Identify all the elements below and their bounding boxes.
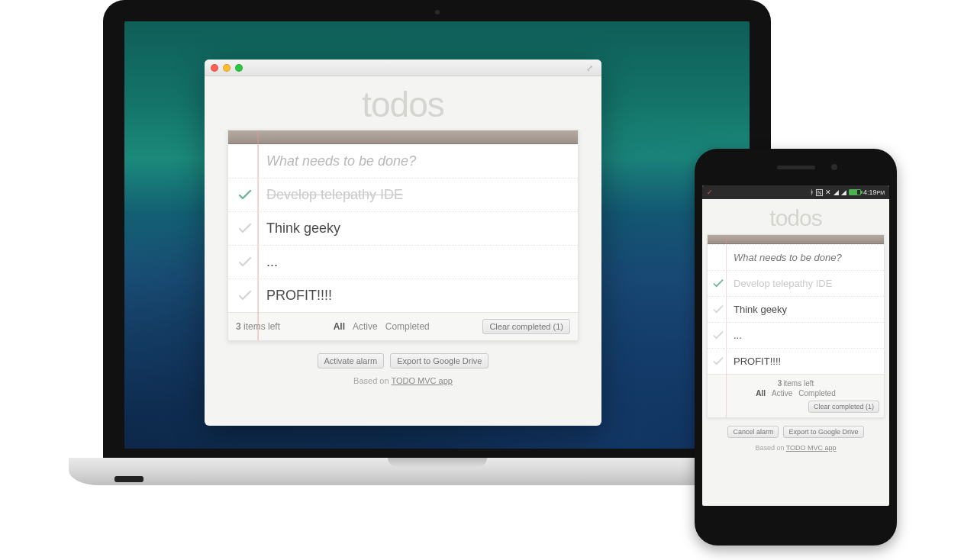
todo-text[interactable]: Think geeky [734, 304, 787, 315]
todo-text[interactable]: Develop telepathy IDE [734, 278, 832, 289]
todo-row[interactable]: Develop telepathy IDE [708, 270, 884, 296]
checkmark-icon[interactable] [712, 304, 724, 316]
app-window: ⤢ todos Develop telepathy IDE [205, 60, 601, 426]
credit-text: Based on TODO MVC app [227, 376, 579, 385]
credit-link[interactable]: TODO MVC app [786, 444, 837, 452]
items-left-count: 3 [236, 321, 241, 332]
android-status-bar: ✓ ᚼ N ✕ ◢ ◢ 4:19PM [702, 185, 889, 199]
card-header-strip [228, 130, 578, 144]
todo-row[interactable]: PROFIT!!!! [228, 278, 578, 312]
phone-camera [831, 164, 837, 170]
checkmark-icon[interactable] [712, 330, 724, 342]
below-card-area: Activate alarm Export to Google Drive Ba… [227, 353, 579, 385]
todo-row[interactable]: Think geeky [708, 296, 884, 322]
credit-prefix: Based on [755, 444, 785, 452]
window-fullscreen-icon[interactable]: ⤢ [586, 63, 595, 72]
checkmark-icon[interactable] [237, 221, 253, 237]
filter-active[interactable]: Active [772, 389, 792, 397]
window-titlebar[interactable]: ⤢ [205, 60, 601, 76]
credit-prefix: Based on [353, 376, 391, 385]
laptop-camera [435, 10, 440, 14]
credit-link[interactable]: TODO MVC app [391, 376, 453, 385]
todo-row[interactable]: PROFIT!!!! [708, 348, 884, 374]
checkmark-icon[interactable] [712, 278, 724, 290]
credit-text: Based on TODO MVC app [707, 444, 885, 452]
battery-icon [849, 189, 861, 195]
todo-text[interactable]: ... [734, 330, 742, 341]
export-drive-button[interactable]: Export to Google Drive [783, 426, 863, 438]
card-footer: 3 items left All Active Completed Clear … [228, 312, 578, 340]
todo-row[interactable]: Think geeky [228, 211, 578, 245]
checkmark-icon[interactable] [237, 255, 253, 270]
filter-completed[interactable]: Completed [798, 389, 835, 397]
filter-active[interactable]: Active [353, 321, 378, 332]
phone-speaker [777, 166, 815, 169]
items-left: 3 items left [712, 379, 879, 388]
phone-frame: ✓ ᚼ N ✕ ◢ ◢ 4:19PM todos [695, 149, 897, 546]
app-title: todos [227, 84, 579, 125]
new-todo-row[interactable] [228, 144, 578, 178]
new-todo-input[interactable] [734, 252, 878, 263]
checkmark-icon[interactable] [712, 356, 724, 368]
export-drive-button[interactable]: Export to Google Drive [390, 353, 488, 369]
laptop-hinge-notch [388, 458, 487, 467]
filter-completed[interactable]: Completed [385, 321, 430, 332]
filter-group: All Active Completed [712, 389, 879, 397]
todo-list-card: Develop telepathy IDE Think geeky ... [707, 234, 885, 418]
filter-group: All Active Completed [334, 321, 430, 332]
clear-completed-button[interactable]: Clear completed (1) [482, 319, 570, 334]
todo-row[interactable]: ... [708, 322, 884, 348]
filter-all[interactable]: All [334, 321, 345, 332]
items-left-count: 3 [778, 379, 782, 388]
items-left-label: items left [783, 379, 814, 388]
clear-completed-button[interactable]: Clear completed (1) [808, 401, 879, 413]
vibrate-icon: ✕ [825, 189, 831, 196]
todo-row[interactable]: Develop telepathy IDE [228, 178, 578, 211]
todo-row[interactable]: ... [228, 245, 578, 278]
new-todo-row[interactable] [708, 244, 884, 270]
nfc-icon: N [816, 189, 823, 196]
laptop-foot [114, 476, 143, 482]
window-close-icon[interactable] [211, 64, 218, 72]
todo-text[interactable]: PROFIT!!!! [266, 288, 332, 304]
signal-icon: ◢ [841, 189, 846, 196]
todo-text[interactable]: ... [266, 254, 278, 270]
carrier-icon: ✓ [707, 188, 713, 196]
window-minimize-icon[interactable] [223, 64, 231, 72]
activate-alarm-button[interactable]: Activate alarm [318, 353, 385, 369]
items-left-label: items left [241, 321, 280, 332]
cancel-alarm-button[interactable]: Cancel alarm [727, 426, 779, 438]
window-zoom-icon[interactable] [235, 64, 243, 72]
items-left: 3 items left [236, 321, 280, 332]
card-footer: 3 items left All Active Completed Clear … [708, 374, 884, 417]
todo-text[interactable]: Think geeky [266, 220, 340, 237]
todo-text[interactable]: PROFIT!!!! [734, 356, 781, 367]
phone-display: ✓ ᚼ N ✕ ◢ ◢ 4:19PM todos [702, 185, 889, 506]
checkmark-icon[interactable] [237, 288, 253, 304]
wifi-icon: ◢ [834, 189, 839, 196]
app-title: todos [707, 205, 885, 231]
todo-text[interactable]: Develop telepathy IDE [266, 187, 403, 203]
new-todo-input[interactable] [266, 153, 569, 169]
laptop-bezel: ⤢ todos Develop telepathy IDE [103, 0, 771, 458]
filter-all[interactable]: All [756, 389, 766, 397]
bluetooth-icon: ᚼ [810, 189, 814, 196]
todo-list-card: Develop telepathy IDE Think geeky [227, 130, 579, 341]
card-header-strip [708, 235, 884, 244]
status-time: 4:19PM [863, 188, 885, 196]
laptop-display: ⤢ todos Develop telepathy IDE [124, 21, 750, 449]
checkmark-icon[interactable] [237, 188, 253, 203]
